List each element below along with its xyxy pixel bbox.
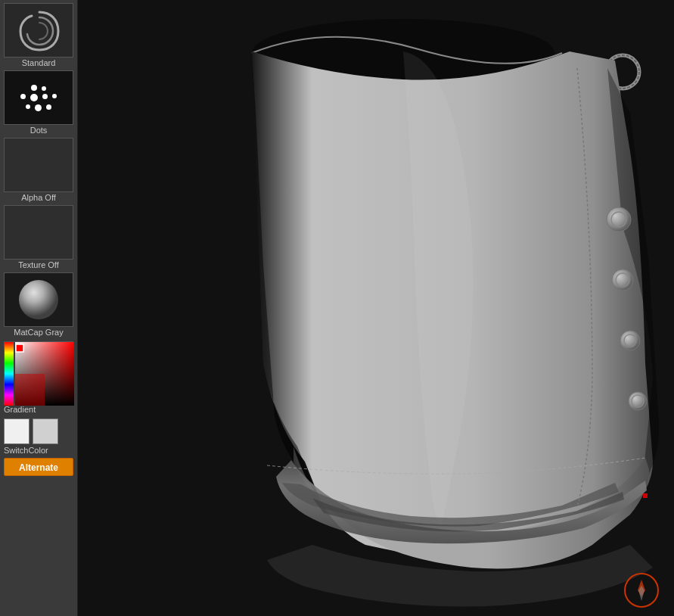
color-gradient-box[interactable] [4,341,73,405]
foreground-color-swatch[interactable] [4,418,30,444]
sidebar-item-matcap[interactable]: MatCap Gray [2,272,75,338]
viewport-background [78,0,674,616]
switch-color: SwitchColor [4,418,73,455]
viewport[interactable] [78,0,674,616]
svg-rect-19 [643,493,648,498]
sidebar-item-dots[interactable]: Dots [2,70,75,136]
matcap-thumb [4,272,73,327]
texture-label: Texture Off [18,260,59,269]
svg-rect-5 [15,374,45,406]
sidebar-item-texture[interactable]: Texture Off [2,205,75,271]
3d-model-svg [78,0,674,616]
alpha-thumb [4,138,73,192]
gradient-label: Gradient [4,405,36,414]
sidebar-item-alpha[interactable]: Alpha Off [2,138,75,204]
svg-rect-6 [16,344,23,352]
alternate-button[interactable]: Alternate [4,458,73,476]
dots-brush-thumb [4,70,73,125]
dots-label: Dots [30,126,48,135]
color-swatches [4,418,58,444]
sidebar: Standard [0,0,78,616]
sidebar-item-standard[interactable]: Standard [2,3,75,69]
svg-point-0 [19,280,58,319]
svg-point-11 [607,207,631,232]
background-color-swatch[interactable] [33,418,58,444]
standard-label: Standard [22,58,56,67]
alpha-label: Alpha Off [21,193,56,202]
texture-thumb [4,205,73,260]
standard-brush-thumb [4,3,73,58]
swirl-icon [17,8,62,54]
matcap-sphere-icon [16,277,61,322]
matcap-label: MatCap Gray [14,328,63,337]
svg-point-15 [620,331,640,350]
switch-color-label: SwitchColor [4,446,48,455]
svg-point-13 [612,269,633,291]
color-picker[interactable]: Gradient [4,341,73,415]
gradient-svg [5,342,74,406]
svg-rect-1 [5,342,14,406]
